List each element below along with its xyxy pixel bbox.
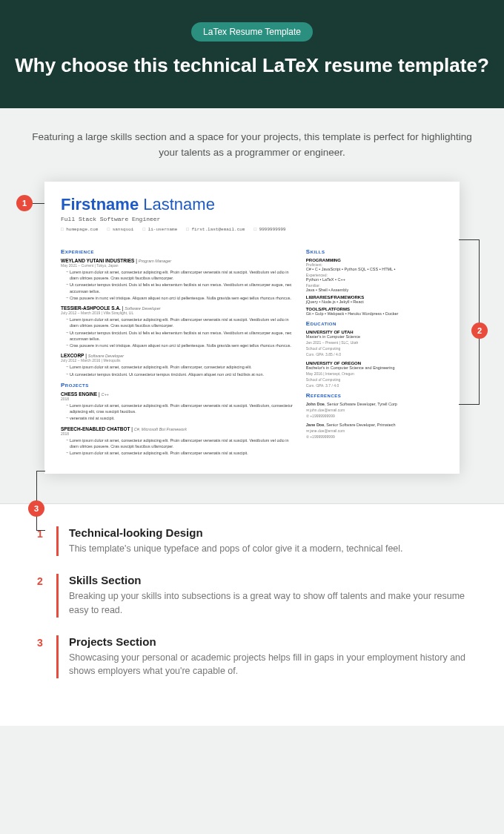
ref-phone: ✆ +19999999999 [306, 414, 443, 418]
marker-3-line [36, 530, 45, 531]
edu-meta: May 2016 | Intercept, Oregon [306, 371, 443, 376]
bullet: Lorem ipsum dolor sit amet, consectetur … [65, 364, 294, 370]
job: TESSIER-ASHPOOLE S.A. | Software Develop… [61, 305, 294, 348]
contact-homepage: homepage.com [61, 227, 98, 232]
resume-role: Full Stack Software Engineer [61, 216, 443, 222]
project-year: 2018 [61, 431, 294, 436]
reference: Jane Doe, Senior Software Developer, Pri… [306, 423, 443, 439]
feature-bar [56, 526, 59, 556]
job: LEXCORP | Software Developer July 2012 –… [61, 353, 294, 377]
bullet: Lorem ipsum dolor sit amet, consectetur … [65, 437, 294, 450]
contact-linkedin: li-username [142, 227, 177, 232]
edu-dept: School of Computing [306, 346, 443, 351]
feature-number: 3 [37, 635, 46, 679]
project: CHESS ENGINE | C++ 2018 Lorem ipsum dolo… [61, 391, 294, 422]
bullet: venenatis nisl at suscipit. [65, 415, 294, 421]
education-item: UNIVERSITY OF OREGON Bachelor's in Compu… [306, 361, 443, 388]
ref-email: ✉ jane.doe@email.com [306, 428, 443, 433]
firstname: Firstname [61, 195, 139, 214]
marker-1: 1 [16, 195, 33, 211]
contact-github: sansquoi [107, 227, 133, 232]
resume-document: Firstname Lastname Full Stack Software E… [44, 182, 460, 474]
degree: Master's in Computer Science [306, 334, 443, 339]
marker-3: 3 [28, 500, 44, 517]
job-header: LEXCORP | Software Developer [61, 353, 294, 358]
skills-value: Java • Shell • Assembly [306, 288, 443, 292]
project: SPEECH-ENABLED CHATBOT | C#, Microsoft B… [61, 426, 294, 457]
side-column: Skills PROGRAMMING Proficient: C# • C • … [306, 244, 443, 461]
bullet: Ut consectetur tempus tincidunt. Duis id… [65, 330, 294, 342]
feature-item: 3 Projects Section Showcasing your perso… [37, 635, 467, 679]
ref-phone: ✆ +19999999999 [306, 434, 443, 439]
marker-2-line [459, 239, 480, 240]
bullet: Cras posuere in nunc vel tristique. Aliq… [65, 295, 294, 301]
job-header: TESSIER-ASHPOOLE S.A. | Software Develop… [61, 305, 294, 311]
feature-bar [56, 635, 59, 679]
resume-body: Experience WEYLAND YUTANI INDUSTRIES | P… [61, 244, 443, 461]
edu-gpa: Cum. GPA: 3.85 / 4.0 [306, 352, 443, 357]
feature-number: 2 [37, 574, 46, 618]
skills-value: Git • Gulp • Webpack • Heroku Wordpress … [306, 311, 443, 316]
page-title: Why choose this technical LaTeX resume t… [15, 53, 489, 79]
main-column: Experience WEYLAND YUTANI INDUSTRIES | P… [61, 244, 294, 461]
contact-phone: 9999999999 [253, 227, 285, 232]
marker-1-line [33, 203, 44, 204]
skills-value: jQuery • Node.js • Jekyll • React [306, 299, 443, 304]
section-projects: Projects [61, 382, 294, 388]
feature-title: Skills Section [69, 574, 467, 586]
bullet: Ut consectetur tempus tincidunt. Ut cons… [65, 371, 294, 377]
project-year: 2018 [61, 397, 294, 401]
resume-preview: 1 2 3 Firstname Lastname Full Stack Soft… [0, 182, 504, 504]
bullet: Lorem ipsum dolor sit amet, consectetur … [65, 269, 294, 282]
ref-name: Jane Doe, Senior Software Developer, Pri… [306, 423, 443, 427]
job-meta: July 2012 – March 2019 | Villa Strayligh… [61, 311, 294, 315]
header: LaTex Resume Template Why choose this te… [0, 0, 504, 108]
feature-number: 1 [37, 526, 46, 556]
marker-3-line [36, 471, 45, 471]
lastname: Lastname [143, 195, 215, 214]
feature-item: 1 Technical-looking Design This template… [37, 526, 467, 556]
edu-meta: Jan 2021 – Present | SLC, Utah [306, 340, 443, 345]
marker-2-line [479, 239, 480, 404]
features-list: 1 Technical-looking Design This template… [0, 503, 504, 726]
feature-desc: Breaking up your skills into subsections… [69, 589, 467, 618]
degree: Bachelor's in Computer Science and Engin… [306, 365, 443, 370]
section-skills: Skills [306, 248, 443, 255]
skills-value: C# • C • JavaScript • Python SQL • CSS •… [306, 267, 443, 271]
feature-text: Projects Section Showcasing your persona… [69, 635, 467, 679]
job-bullets: Lorem ipsum dolor sit amet, consectetur … [65, 317, 294, 348]
feature-title: Technical-looking Design [69, 526, 467, 539]
intro-text: Featuring a large skills section and a s… [0, 108, 504, 182]
section-references: References [306, 392, 443, 399]
feature-desc: Showcasing your personal or academic pro… [69, 651, 467, 679]
feature-text: Technical-looking Design This template's… [69, 526, 467, 556]
feature-bar [56, 574, 59, 618]
job-meta: May 2021 – Current | Tokyo, Japan [61, 263, 294, 268]
skills-value: Python • LaTeX • C++ [306, 277, 443, 282]
job-header: WEYLAND YUTANI INDUSTRIES | Program Mana… [61, 258, 294, 263]
contact-email: first.last@email.com [186, 227, 245, 232]
contact-row: homepage.com sansquoi li-username first.… [61, 227, 443, 236]
project-bullets: Lorem ipsum dolor sit amet, consectetur … [65, 403, 294, 422]
feature-title: Projects Section [69, 635, 467, 648]
category-badge: LaTex Resume Template [191, 22, 313, 42]
resume-name: Firstname Lastname [61, 195, 443, 214]
bullet: Lorem ipsum dolor sit amet, consectetur … [65, 317, 294, 329]
job-bullets: Lorem ipsum dolor sit amet, consectetur … [65, 364, 294, 377]
job-bullets: Lorem ipsum dolor sit amet, consectetur … [65, 269, 294, 301]
marker-2-line [459, 404, 480, 405]
feature-text: Skills Section Breaking up your skills i… [69, 574, 467, 618]
ref-email: ✉ john.doe@email.com [306, 408, 443, 412]
job-meta: July 2012 – March 2016 | Metropolis [61, 358, 294, 363]
bullet: Ut consectetur tempus tincidunt. Duis id… [65, 282, 294, 294]
project-header: CHESS ENGINE | C++ [61, 391, 294, 397]
job: WEYLAND YUTANI INDUSTRIES | Program Mana… [61, 258, 294, 301]
bullet: Cras posuere in nunc vel tristique. Aliq… [65, 342, 294, 348]
education-item: UNIVERSITY OF UTAH Master's in Computer … [306, 330, 443, 357]
project-bullets: Lorem ipsum dolor sit amet, consectetur … [65, 437, 294, 457]
ref-name: John Doe, Senior Software Developer, Tyr… [306, 402, 443, 406]
feature-item: 2 Skills Section Breaking up your skills… [37, 574, 467, 618]
bullet: Lorem ipsum dolor sit amet, consectetur … [65, 403, 294, 415]
section-education: Education [306, 320, 443, 327]
reference: John Doe, Senior Software Developer, Tyr… [306, 402, 443, 418]
